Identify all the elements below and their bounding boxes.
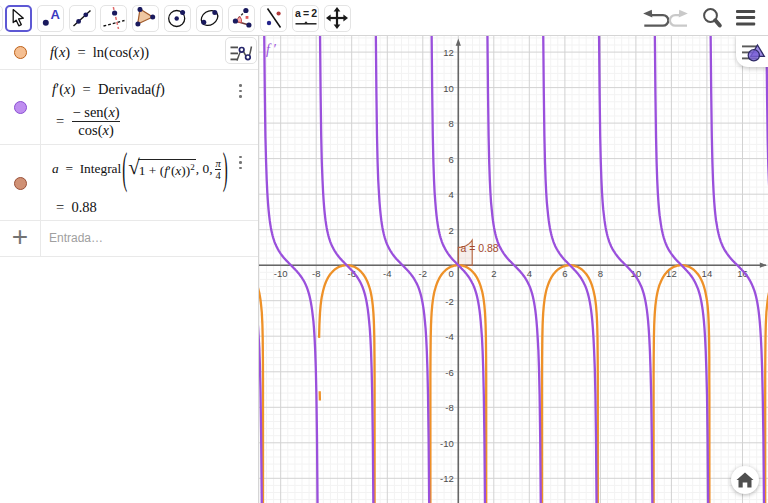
svg-text:a = 2: a = 2 — [294, 7, 316, 19]
svg-text:-4: -4 — [445, 331, 453, 342]
svg-text:-8: -8 — [312, 268, 320, 279]
svg-text:2: 2 — [491, 268, 496, 279]
svg-text:0: 0 — [449, 268, 454, 279]
svg-text:12: 12 — [443, 47, 454, 58]
svg-text:6: 6 — [562, 268, 567, 279]
svg-text:8: 8 — [598, 268, 603, 279]
svg-text:-6: -6 — [445, 367, 453, 378]
svg-text:10: 10 — [443, 83, 454, 94]
svg-text:4: 4 — [527, 268, 532, 279]
svg-text:a = 0.88: a = 0.88 — [460, 242, 498, 254]
svg-text:-2: -2 — [419, 268, 427, 279]
svg-text:f ′: f ′ — [266, 42, 277, 57]
svg-text:-2: -2 — [445, 296, 453, 307]
svg-text:-10: -10 — [440, 438, 454, 449]
svg-text:-10: -10 — [274, 268, 288, 279]
svg-text:4: 4 — [449, 189, 454, 200]
svg-text:A: A — [51, 7, 61, 22]
svg-text:-12: -12 — [440, 473, 454, 484]
svg-text:-4: -4 — [383, 268, 391, 279]
svg-text:6: 6 — [449, 154, 454, 165]
svg-text:8: 8 — [449, 118, 454, 129]
svg-text:2: 2 — [449, 225, 454, 236]
svg-text:-8: -8 — [445, 402, 453, 413]
svg-text:14: 14 — [702, 268, 713, 279]
